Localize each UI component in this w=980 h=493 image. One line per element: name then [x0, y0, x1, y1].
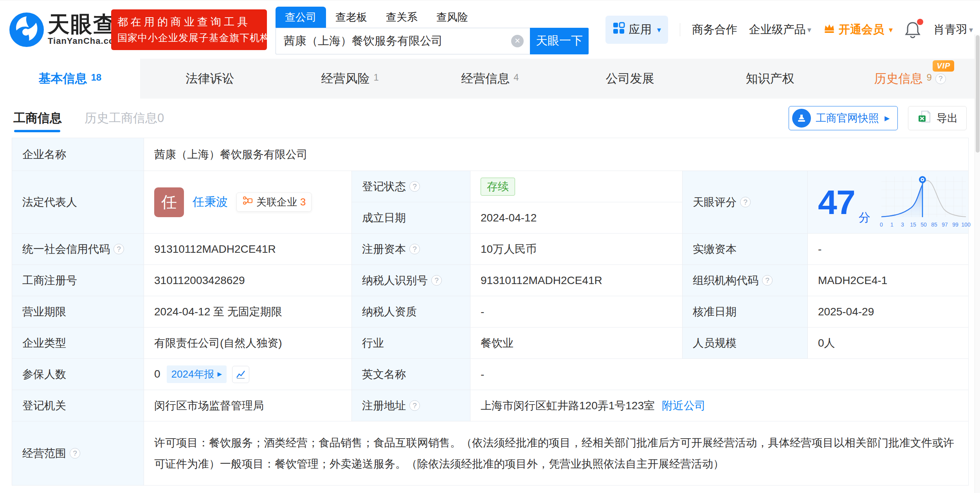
org-code-label: 组织机构代码? — [683, 265, 808, 296]
reg-authority-value: 闵行区市场监督管理局 — [144, 390, 352, 421]
tab-count: 1 — [374, 72, 379, 83]
help-icon[interactable]: ? — [70, 448, 80, 459]
tab-history-info[interactable]: VIP 历史信息 9 ? — [840, 59, 980, 99]
industry-label: 行业 — [352, 327, 470, 359]
score-axis-tick: 100 — [961, 221, 971, 228]
tab-operating-risk[interactable]: 经营风险 1 — [280, 59, 420, 99]
search-input[interactable] — [284, 34, 511, 47]
est-date-value: 2024-04-12 — [470, 202, 683, 234]
business-scope-value: 许可项目：餐饮服务；酒类经营；食品销售；食品互联网销售。（依法须经批准的项目，经… — [144, 421, 969, 486]
chevron-down-icon: ▾ — [657, 25, 661, 34]
tab-label: 基本信息 — [39, 70, 87, 87]
help-icon[interactable]: ? — [762, 275, 773, 286]
legal-rep-link[interactable]: 任秉波 — [193, 194, 228, 210]
promo-line-2: 国家中小企业发展子基金旗下机构 — [117, 31, 261, 45]
nav-enterprise-products[interactable]: 企业级产品 ▾ — [749, 22, 811, 38]
search-tab-risk[interactable]: 查风险 — [427, 7, 477, 28]
search-tab-relation[interactable]: 查关系 — [377, 7, 427, 28]
help-icon[interactable]: ? — [409, 244, 420, 254]
subtab-business-info[interactable]: 工商信息 — [13, 99, 62, 138]
official-snapshot-button[interactable]: 工商官网快照 ▶ — [789, 106, 898, 130]
insured-count-value: 02024年报▶ — [144, 359, 352, 390]
credit-code-label: 统一社会信用代码? — [12, 234, 144, 265]
help-icon[interactable]: ? — [113, 244, 124, 254]
staff-size-value: 0人 — [808, 327, 969, 359]
reg-address-label: 注册地址? — [352, 390, 470, 421]
chevron-down-icon: ▾ — [807, 25, 811, 34]
tab-count: 4 — [513, 72, 519, 83]
score-cell[interactable]: 47 分 — [808, 171, 969, 234]
arrow-right-icon: ▶ — [885, 114, 890, 122]
chevron-down-icon: ▾ — [969, 25, 973, 34]
help-icon[interactable]: ? — [935, 74, 946, 84]
tab-label: 知识产权 — [746, 70, 794, 87]
taxpayer-id-label: 纳税人识别号? — [352, 265, 470, 296]
reg-authority-label: 登记机关 — [12, 390, 144, 421]
english-name-label: 英文名称 — [352, 359, 470, 390]
arrow-right-icon: ▶ — [217, 371, 222, 378]
promo-line-1: 都在用的商业查询工具 — [117, 14, 261, 31]
related-companies-badge[interactable]: 关联企业 3 — [236, 193, 312, 212]
english-name-value: - — [470, 359, 969, 390]
related-companies-count: 3 — [300, 196, 306, 208]
apps-grid-icon — [612, 22, 625, 37]
nav-vip-upgrade[interactable]: 开通会员 ▾ — [823, 22, 893, 38]
search-button[interactable]: 天眼一下 — [530, 28, 589, 54]
paid-capital-value: - — [808, 234, 969, 265]
trend-chart-icon[interactable] — [232, 366, 249, 383]
help-icon[interactable]: ? — [409, 400, 420, 411]
tab-legal-proceedings[interactable]: 法律诉讼 — [140, 59, 280, 99]
help-icon[interactable]: ? — [409, 181, 420, 192]
legal-rep-avatar[interactable]: 任 — [154, 187, 184, 217]
user-menu[interactable]: 肖青羽 ▾ — [933, 22, 973, 38]
score-unit: 分 — [859, 210, 870, 226]
tab-intellectual-property[interactable]: 知识产权 — [700, 59, 840, 99]
score-axis-tick: 1 — [890, 221, 894, 228]
top-header: 天眼查 TianYanCha.com 都在用的商业查询工具 国家中小企业发展子基… — [0, 0, 980, 59]
tab-operating-info[interactable]: 经营信息 4 — [420, 59, 560, 99]
company-type-label: 企业类型 — [12, 327, 144, 359]
chevron-down-icon: ▾ — [889, 25, 893, 34]
nearby-companies-link[interactable]: 附近公司 — [662, 399, 706, 412]
search-tab-boss[interactable]: 查老板 — [326, 7, 377, 28]
est-date-label: 成立日期 — [352, 202, 470, 234]
nav-business-cooperation[interactable]: 商务合作 — [692, 22, 737, 38]
tab-basic-info[interactable]: 基本信息 18 — [0, 59, 140, 99]
tianyancha-logo-icon — [9, 12, 45, 48]
scrollbar[interactable] — [975, 34, 980, 493]
clear-search-icon[interactable]: × — [511, 35, 524, 47]
tab-label: 经营信息 — [461, 70, 510, 87]
status-badge: 存续 — [481, 178, 515, 196]
nav-vip-label: 开通会员 — [839, 22, 884, 38]
tab-label: 历史信息 — [874, 70, 922, 87]
taxpayer-qualification-value: - — [470, 296, 683, 327]
score-axis-tick: 99 — [952, 221, 958, 228]
tab-label: 公司发展 — [606, 70, 654, 87]
export-button[interactable]: 导出 — [908, 106, 967, 130]
notification-bell-icon[interactable] — [904, 20, 922, 39]
subtab-history-business-info[interactable]: 历史工商信息0 — [85, 99, 164, 138]
excel-icon — [917, 110, 932, 127]
search-box: × 天眼一下 — [276, 28, 589, 54]
score-value: 47 — [818, 185, 855, 220]
help-icon[interactable]: ? — [740, 197, 751, 207]
logo[interactable]: 天眼查 TianYanCha.com — [9, 12, 107, 48]
help-icon[interactable]: ? — [431, 275, 442, 286]
company-section-tabs: 基本信息 18 法律诉讼 经营风险 1 经营信息 4 公司发展 知识产权 VIP… — [0, 59, 980, 99]
annual-report-link[interactable]: 2024年报▶ — [167, 365, 227, 383]
tab-company-development[interactable]: 公司发展 — [560, 59, 700, 99]
search-tab-company[interactable]: 查公司 — [276, 7, 326, 28]
search-tabs: 查公司 查老板 查关系 查风险 — [276, 7, 589, 28]
score-axis-tick: 3 — [901, 221, 904, 228]
business-scope-label: 经营范围? — [12, 421, 144, 486]
org-code-value: MADH2CE4-1 — [808, 265, 969, 296]
scrollbar-thumb[interactable] — [976, 35, 980, 153]
apps-menu-label: 应用 — [629, 22, 652, 38]
approval-date-label: 核准日期 — [683, 296, 808, 327]
company-type-value: 有限责任公司(自然人独资) — [144, 327, 352, 359]
industry-value: 餐饮业 — [470, 327, 683, 359]
apps-menu-button[interactable]: 应用 ▾ — [605, 16, 668, 44]
legal-rep-label: 法定代表人 — [12, 171, 144, 234]
subtab-label: 工商信息 — [13, 110, 62, 126]
nav-enterprise-products-label: 企业级产品 — [749, 22, 806, 38]
